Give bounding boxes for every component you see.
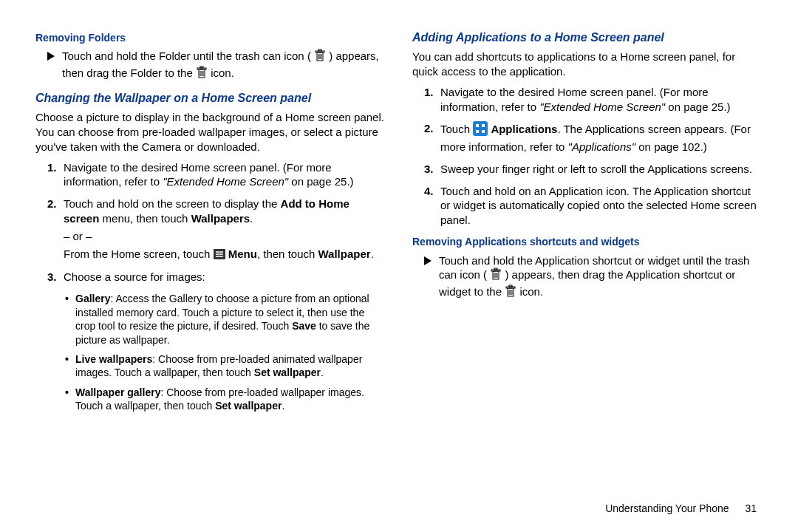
ui-label: Save <box>292 320 316 332</box>
svg-rect-18 <box>482 124 485 127</box>
adding-steps: 1. Navigate to the desired Home screen p… <box>424 85 763 228</box>
step-text: Sweep your finger right or left to scrol… <box>440 162 752 177</box>
step-1: 1. Navigate to the desired Home screen p… <box>47 160 386 190</box>
ui-label: Wallpaper <box>318 248 371 260</box>
removing-folders-item: Touch and hold the Folder until the tras… <box>47 49 386 83</box>
svg-rect-16 <box>473 121 488 136</box>
text-fragment: Touch and hold the Folder until the tras… <box>62 50 311 62</box>
rstep-2: 2. Touch Applications. The Applications … <box>424 121 763 154</box>
page-number: 31 <box>745 502 757 514</box>
cross-reference: "Extended Home Screen" <box>539 100 665 113</box>
text-fragment: From the Home screen, touch <box>64 248 214 260</box>
step-number: 1. <box>424 85 440 115</box>
text-fragment: on page 25.) <box>665 100 730 113</box>
adding-intro: You can add shortcuts to applications to… <box>412 50 763 79</box>
removing-apps-item: Touch and hold the Application shortcut … <box>424 253 763 301</box>
svg-rect-17 <box>476 124 479 127</box>
bullet-live: • Live wallpapers: Choose from pre-loade… <box>65 352 386 380</box>
svg-rect-11 <box>200 66 203 68</box>
text-fragment: on page 25.) <box>288 175 353 188</box>
bullet-icon: • <box>65 292 75 347</box>
bullet-gallery: • Gallery: Access the Gallery to choose … <box>65 292 386 347</box>
wallpaper-sources: • Gallery: Access the Gallery to choose … <box>65 292 386 413</box>
step-3: 3. Choose a source for images: <box>47 270 386 284</box>
step-text: Touch Applications. The Applications scr… <box>440 121 763 154</box>
step-text: Navigate to the desired Home screen pane… <box>440 85 763 115</box>
text-fragment: . <box>321 366 324 378</box>
svg-rect-26 <box>494 268 497 270</box>
svg-rect-5 <box>318 50 321 51</box>
text-fragment: . <box>371 248 374 260</box>
step-text: Touch and hold on an Application icon. T… <box>440 184 763 228</box>
step-number: 3. <box>47 270 64 284</box>
bullet-wpgallery: • Wallpaper gallery: Choose from pre-loa… <box>65 386 386 413</box>
step-number: 2. <box>424 121 440 154</box>
ui-label: Wallpapers <box>191 212 250 225</box>
svg-rect-20 <box>482 130 485 133</box>
ui-label: Set wallpaper <box>254 366 321 378</box>
footer-section: Understanding Your Phone <box>605 502 729 514</box>
step-text: Choose a source for images: <box>64 270 205 284</box>
step-2: 2. Touch and hold on the screen to displ… <box>47 197 386 262</box>
trash-icon <box>196 66 208 83</box>
heading-changing-wallpaper: Changing the Wallpaper on a Home Screen … <box>35 90 386 106</box>
text-fragment: on page 102.) <box>635 140 707 153</box>
option-label: Gallery <box>75 293 110 304</box>
text-fragment: . <box>250 212 253 225</box>
step-text: Touch and hold on the screen to display … <box>64 197 386 262</box>
cross-reference: "Extended Home Screen" <box>163 175 288 188</box>
heading-removing-apps: Removing Applications shortcuts and widg… <box>412 235 763 248</box>
heading-adding-applications: Adding Applications to a Home Screen pan… <box>412 30 763 45</box>
removing-folders-text: Touch and hold the Folder until the tras… <box>62 49 386 83</box>
bullet-icon: • <box>65 386 75 413</box>
text-fragment: icon. <box>519 285 543 298</box>
bullet-text: Wallpaper gallery: Choose from pre-loade… <box>75 386 386 413</box>
left-column: Removing Folders Touch and hold the Fold… <box>35 30 386 514</box>
manual-page: Removing Folders Touch and hold the Fold… <box>0 0 798 532</box>
page-footer: Understanding Your Phone 31 <box>605 502 757 514</box>
triangle-bullet-icon <box>424 256 432 265</box>
bullet-text: Live wallpapers: Choose from pre-loaded … <box>75 352 386 380</box>
bullet-text: Gallery: Access the Gallery to choose a … <box>75 292 386 347</box>
triangle-bullet-icon <box>47 52 55 61</box>
heading-removing-folders: Removing Folders <box>35 31 386 44</box>
svg-rect-19 <box>476 130 479 133</box>
trash-icon <box>314 49 326 66</box>
step-number: 2. <box>47 197 64 262</box>
menu-icon <box>214 248 225 263</box>
text-fragment: . <box>282 400 284 412</box>
removing-apps-text: Touch and hold the Application shortcut … <box>439 253 763 301</box>
option-label: Wallpaper gallery <box>75 386 160 398</box>
step-number: 3. <box>424 162 440 177</box>
text-fragment: Touch and hold on the screen to display … <box>64 197 281 210</box>
option-label: Live wallpapers <box>75 353 152 365</box>
rstep-4: 4. Touch and hold on an Application icon… <box>424 184 763 228</box>
right-column: Adding Applications to a Home Screen pan… <box>412 30 763 514</box>
text-fragment: icon. <box>211 66 234 79</box>
wallpaper-steps: 1. Navigate to the desired Home screen p… <box>47 160 386 285</box>
step-number: 1. <box>47 160 64 190</box>
text-fragment: , then touch <box>257 248 318 260</box>
applications-icon <box>473 121 488 140</box>
ui-label: Menu <box>228 248 257 260</box>
text-fragment: menu, then touch <box>99 212 191 225</box>
svg-rect-32 <box>509 285 512 287</box>
step-text: Navigate to the desired Home screen pane… <box>64 160 386 190</box>
or-separator: – or – <box>64 229 386 244</box>
bullet-icon: • <box>65 352 75 380</box>
rstep-1: 1. Navigate to the desired Home screen p… <box>424 85 763 115</box>
ui-label: Set wallpaper <box>215 400 282 412</box>
trash-icon <box>490 267 502 284</box>
rstep-3: 3. Sweep your finger right or left to sc… <box>424 162 763 177</box>
ui-label: Applications <box>491 123 557 135</box>
trash-icon <box>505 284 516 301</box>
text-fragment: Touch <box>440 123 473 135</box>
wallpaper-intro: Choose a picture to display in the backg… <box>35 110 386 154</box>
cross-reference: "Applications" <box>568 140 636 153</box>
step-number: 4. <box>424 184 440 228</box>
